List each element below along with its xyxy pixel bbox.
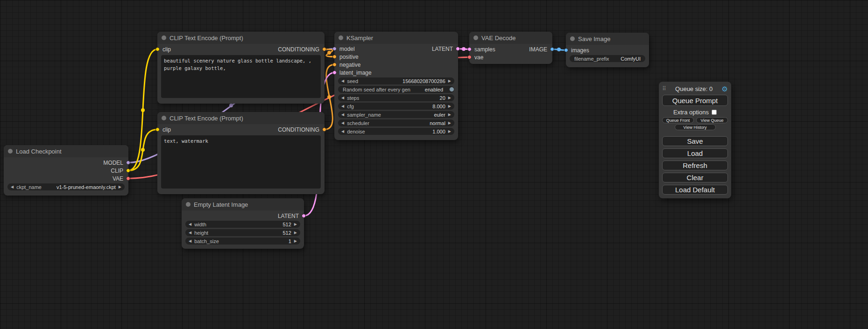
extra-options-checkbox[interactable] <box>712 110 717 115</box>
clear-button[interactable]: Clear <box>662 173 728 182</box>
collapse-dot[interactable] <box>162 35 166 40</box>
node-save-image[interactable]: Save Image images filename_prefix ComfyU… <box>566 33 649 67</box>
widget-sampler-name[interactable]: ◀ sampler_name euler ▶ <box>338 111 454 118</box>
save-button[interactable]: Save <box>662 136 728 146</box>
widget-filename-prefix[interactable]: filename_prefix ComfyUI <box>570 55 645 62</box>
input-slot-positive[interactable] <box>332 55 337 59</box>
node-load-checkpoint[interactable]: Load Checkpoint MODEL CLIP VAE ◀ ckpt_na… <box>4 145 128 196</box>
prompt-text-widget[interactable]: text, watermark <box>161 135 321 189</box>
widget-label: Random seed after every gen <box>343 87 410 92</box>
widget-steps[interactable]: ◀ steps 20 ▶ <box>338 94 454 101</box>
input-slot-vae[interactable] <box>467 55 472 59</box>
node-title-bar[interactable]: Save Image <box>566 33 649 45</box>
output-slot-latent[interactable] <box>456 47 460 51</box>
decrement-arrow-icon[interactable]: ◀ <box>189 231 191 235</box>
input-label-clip: clip <box>162 126 171 133</box>
widget-value: v1-5-pruned-emaonly.ckpt <box>56 184 116 190</box>
decrement-arrow-icon[interactable]: ◀ <box>341 79 344 83</box>
decrement-arrow-icon[interactable]: ◀ <box>189 223 191 226</box>
collapse-dot[interactable] <box>186 202 191 207</box>
input-slot-images[interactable] <box>564 48 568 52</box>
output-slot-latent[interactable] <box>302 214 306 218</box>
widget-label: steps <box>347 95 359 101</box>
input-slot-clip[interactable] <box>155 127 160 132</box>
node-graph-canvas[interactable]: Load Checkpoint MODEL CLIP VAE ◀ ckpt_na… <box>0 0 868 329</box>
node-title-bar[interactable]: VAE Decode <box>469 32 552 44</box>
widget-batch-size[interactable]: ◀ batch_size 1 ▶ <box>185 238 300 245</box>
input-slot-clip[interactable] <box>155 47 160 51</box>
widget-value: ComfyUI <box>621 56 641 62</box>
output-slot-model[interactable] <box>126 161 130 165</box>
prev-arrow-icon[interactable]: ◀ <box>11 185 14 189</box>
next-arrow-icon[interactable]: ▶ <box>448 121 451 125</box>
output-slot-image[interactable] <box>550 47 554 51</box>
output-slot-clip[interactable] <box>126 168 130 173</box>
link-dot-clip-positive <box>141 108 145 112</box>
node-title-bar[interactable]: Load Checkpoint <box>4 145 128 157</box>
widget-label: height <box>194 230 208 236</box>
node-vae-decode[interactable]: VAE Decode samples IMAGE vae <box>469 32 552 64</box>
queue-prompt-button[interactable]: Queue Prompt <box>662 95 728 106</box>
view-queue-button[interactable]: View Queue <box>696 117 728 123</box>
increment-arrow-icon[interactable]: ▶ <box>448 105 451 108</box>
node-title-bar[interactable]: CLIP Text Encode (Prompt) <box>157 32 325 44</box>
node-title: VAE Decode <box>481 35 515 42</box>
output-slot-vae[interactable] <box>126 176 130 181</box>
load-button[interactable]: Load <box>662 148 728 158</box>
widget-denoise[interactable]: ◀ denoise 1.000 ▶ <box>338 128 454 135</box>
prompt-text-widget[interactable]: beautiful scenery nature glass bottle la… <box>161 55 321 98</box>
output-label-latent: LATENT <box>432 46 453 52</box>
widget-height[interactable]: ◀ height 512 ▶ <box>185 229 300 236</box>
output-slot-conditioning[interactable] <box>322 47 326 51</box>
node-title-bar[interactable]: KSampler <box>334 32 458 44</box>
decrement-arrow-icon[interactable]: ◀ <box>341 130 344 133</box>
node-title-bar[interactable]: Empty Latent Image <box>182 198 304 210</box>
widget-seed[interactable]: ◀ seed 156680208700286 ▶ <box>338 77 454 84</box>
input-slot-model[interactable] <box>332 47 337 51</box>
toggle-knob[interactable] <box>449 87 454 92</box>
queue-front-button[interactable]: Queue Front <box>662 117 694 123</box>
widget-width[interactable]: ◀ width 512 ▶ <box>185 221 300 228</box>
widget-cfg[interactable]: ◀ cfg 8.000 ▶ <box>338 103 454 110</box>
output-slot-conditioning[interactable] <box>322 127 326 132</box>
view-history-button[interactable]: View History <box>675 124 716 130</box>
prev-arrow-icon[interactable]: ◀ <box>341 121 344 125</box>
output-row: MODEL <box>4 159 128 167</box>
increment-arrow-icon[interactable]: ▶ <box>294 231 297 235</box>
increment-arrow-icon[interactable]: ▶ <box>448 79 451 83</box>
widget-scheduler[interactable]: ◀ scheduler normal ▶ <box>338 119 454 126</box>
input-slot-samples[interactable] <box>467 47 472 51</box>
increment-arrow-icon[interactable]: ▶ <box>294 223 297 226</box>
increment-arrow-icon[interactable]: ▶ <box>448 130 451 133</box>
next-arrow-icon[interactable]: ▶ <box>119 185 121 189</box>
decrement-arrow-icon[interactable]: ◀ <box>341 105 344 108</box>
decrement-arrow-icon[interactable]: ◀ <box>189 239 191 243</box>
prev-arrow-icon[interactable]: ◀ <box>341 113 344 117</box>
node-empty-latent-image[interactable]: Empty Latent Image LATENT ◀ width 512 ▶ … <box>182 198 304 249</box>
collapse-dot[interactable] <box>162 116 166 120</box>
collapse-dot[interactable] <box>473 35 478 40</box>
collapse-dot[interactable] <box>570 36 575 41</box>
output-label-clip: CLIP <box>111 168 123 174</box>
collapse-dot[interactable] <box>339 35 343 40</box>
increment-arrow-icon[interactable]: ▶ <box>448 96 451 100</box>
widget-ckpt-name[interactable]: ◀ ckpt_name v1-5-pruned-emaonly.ckpt ▶ <box>7 183 125 190</box>
widget-random-seed-toggle[interactable]: Random seed after every gen enabled <box>338 86 454 93</box>
node-ksampler[interactable]: KSampler model LATENT positive negative … <box>334 32 458 140</box>
input-label-model: model <box>339 46 355 52</box>
output-row: VAE <box>4 175 128 182</box>
node-clip-text-encode-negative[interactable]: CLIP Text Encode (Prompt) clip CONDITION… <box>157 112 325 194</box>
increment-arrow-icon[interactable]: ▶ <box>294 239 297 243</box>
gear-icon[interactable]: ⚙ <box>722 85 728 92</box>
node-clip-text-encode-positive[interactable]: CLIP Text Encode (Prompt) clip CONDITION… <box>157 32 325 104</box>
drag-handle-icon[interactable]: ⠿ <box>662 85 666 92</box>
input-slot-latent-image[interactable] <box>332 70 337 75</box>
node-title-bar[interactable]: CLIP Text Encode (Prompt) <box>157 112 325 124</box>
node-title: Load Checkpoint <box>16 148 62 155</box>
decrement-arrow-icon[interactable]: ◀ <box>341 96 344 100</box>
refresh-button[interactable]: Refresh <box>662 161 728 170</box>
next-arrow-icon[interactable]: ▶ <box>448 113 451 117</box>
collapse-dot[interactable] <box>8 149 13 154</box>
load-default-button[interactable]: Load Default <box>662 185 728 195</box>
input-slot-negative[interactable] <box>332 63 337 67</box>
